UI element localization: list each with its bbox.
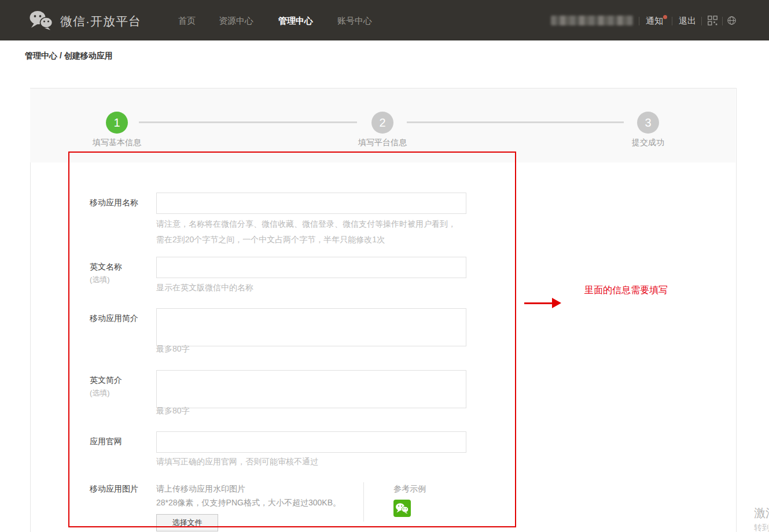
step-3-label: 提交成功 [632, 138, 664, 148]
wechat-example-icon [393, 500, 411, 517]
app-intro-help: 最多80字 [156, 344, 190, 354]
nav-item-home[interactable]: 首页 [178, 16, 196, 27]
breadcrumb: 管理中心 / 创建移动应用 [25, 51, 113, 61]
app-site-input[interactable] [156, 431, 466, 453]
nav-item-resources[interactable]: 资源中心 [219, 16, 253, 27]
app-intro-en-optional: (选填) [90, 388, 110, 398]
logout-link[interactable]: 退出 [679, 16, 696, 27]
username-redacted[interactable] [551, 16, 633, 25]
app-name-input[interactable] [156, 193, 466, 214]
activation-watermark: 激活 转到 [754, 505, 769, 532]
nav-item-management[interactable]: 管理中心 [278, 16, 313, 27]
app-image-label: 移动应用图片 [90, 484, 138, 494]
nav-item-account[interactable]: 账号中心 [337, 16, 372, 27]
header-divider [722, 17, 723, 25]
app-intro-en-help: 最多80字 [156, 406, 190, 416]
header-divider [639, 17, 639, 25]
notifications-link[interactable]: 通知 [646, 16, 663, 27]
app-name-en-optional: (选填) [90, 275, 110, 285]
language-globe-icon[interactable] [727, 16, 736, 27]
qr-code-icon[interactable] [708, 16, 718, 28]
header-divider [672, 17, 672, 25]
header-divider [701, 17, 702, 25]
app-name-en-help: 显示在英文版微信中的名称 [156, 283, 253, 293]
notification-dot [663, 15, 667, 19]
step-connector [139, 121, 357, 123]
app-intro-textarea[interactable] [156, 308, 466, 346]
annotation-text: 里面的信息需要填写 [584, 285, 668, 297]
app-site-label: 应用官网 [90, 437, 122, 447]
annotation-arrow-head [552, 298, 561, 308]
step-2-label: 填写平台信息 [358, 138, 407, 148]
brand-logo[interactable]: 微信·开放平台 [29, 10, 141, 32]
breadcrumb-current: 创建移动应用 [64, 51, 113, 60]
app-image-tip-line1: 请上传移动应用水印图片 [156, 484, 245, 494]
app-name-label: 移动应用名称 [90, 198, 138, 208]
app-intro-en-textarea[interactable] [156, 370, 466, 408]
step-2-circle: 2 [371, 112, 393, 134]
app-name-en-label: 英文名称 [90, 262, 122, 272]
annotation-arrow [524, 302, 552, 304]
watermark-line1: 激活 [754, 505, 769, 521]
app-intro-label: 移动应用简介 [90, 313, 138, 324]
app-name-help-line2: 需在2到20个字节之间，一个中文占两个字节，半年只能修改1次 [156, 235, 385, 245]
app-image-tip-line2: 28*28像素，仅支持PNG格式，大小不超过300KB。 [156, 498, 341, 508]
upload-example-divider [363, 482, 364, 522]
watermark-line2: 转到 [754, 523, 769, 532]
brand-title: 微信·开放平台 [60, 13, 141, 29]
wechat-logo-icon [29, 10, 54, 32]
step-1-label: 填写基本信息 [93, 138, 141, 148]
app-name-help-line1: 请注意，名称将在微信分享、微信收藏、微信登录、微信支付等操作时被用户看到， [156, 219, 456, 230]
app-intro-en-label: 英文简介 [90, 375, 122, 386]
step-3-circle: 3 [637, 112, 659, 134]
step-connector [407, 121, 624, 123]
choose-file-button[interactable]: 选择文件 [156, 514, 218, 531]
app-name-en-input[interactable] [156, 257, 466, 278]
breadcrumb-separator: / [57, 51, 64, 60]
example-label: 参考示例 [393, 484, 426, 494]
top-navbar: 微信·开放平台 首页 资源中心 管理中心 账号中心 通知 退出 [0, 0, 769, 40]
step-1-circle: 1 [106, 112, 128, 134]
app-site-help: 请填写正确的应用官网，否则可能审核不通过 [156, 457, 318, 467]
breadcrumb-parent[interactable]: 管理中心 [25, 51, 57, 60]
